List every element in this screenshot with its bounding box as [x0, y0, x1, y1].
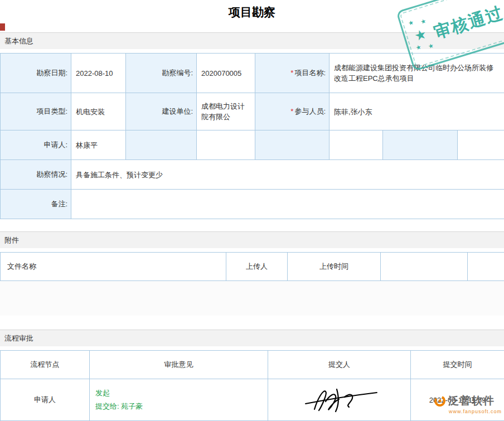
required-mark: * — [290, 69, 293, 77]
participants-label: *参与人员: — [255, 93, 329, 130]
approval-header-opinion: 审批意见 — [90, 351, 268, 379]
fanpu-logo: 泛普软件 www.fanpusoft.com — [434, 394, 502, 414]
empty-cell — [468, 253, 504, 281]
table-row: 申请人: 林康平 — [1, 130, 504, 160]
star-icon: ★ — [427, 42, 434, 50]
table-row: 项目类型: 机电安装 建设单位: 成都电力设计院有限公 *参与人员: 陈菲,张小… — [1, 93, 504, 130]
participants-label-text: 参与人员: — [294, 107, 326, 115]
empty-cell — [381, 253, 468, 281]
table-row: 申请人 发起 提交给: 苑子豪 2022-08-10 11:59 — [1, 379, 504, 421]
participants-value: 陈菲,张小东 — [329, 93, 504, 130]
table-header-row: 文件名称 上传人 上传时间 — [1, 253, 504, 281]
attachments-empty-area — [0, 281, 504, 316]
fanpu-logo-icon — [434, 395, 446, 407]
project-type-label: 项目类型: — [1, 93, 71, 130]
approval-header-submitter: 提交人 — [268, 351, 411, 379]
project-type-value: 机电安装 — [71, 93, 126, 130]
empty-cell — [458, 130, 504, 160]
build-unit-label: 建设单位: — [126, 93, 197, 130]
approval-node: 申请人 — [1, 379, 90, 421]
section-approval: 流程审批 — [0, 330, 504, 346]
project-name-label: *项目名称: — [255, 54, 329, 93]
approval-header-time: 提交时间 — [411, 351, 504, 379]
applicant-label: 申请人: — [1, 130, 71, 160]
survey-no-value: 2020070005 — [197, 54, 255, 93]
section-attachments: 附件 — [0, 231, 504, 248]
remark-label: 备注: — [1, 190, 71, 219]
required-mark: * — [290, 107, 293, 115]
survey-condition-label: 勘察情况: — [1, 160, 71, 190]
empty-cell — [255, 130, 329, 160]
attachments-table: 文件名称 上传人 上传时间 — [0, 252, 504, 281]
star-icon: ★ — [413, 26, 429, 44]
star-icon: ★ — [420, 17, 427, 26]
empty-cell — [383, 130, 458, 160]
basic-info-table: 勘察日期: 2022-08-10 勘察编号: 2020070005 *项目名称:… — [0, 53, 504, 219]
survey-date-value: 2022-08-10 — [71, 54, 126, 93]
table-row: 备注: — [1, 190, 504, 219]
star-icon: ★ — [408, 19, 415, 27]
empty-cell — [197, 130, 255, 160]
stamp-text: 审核通过 — [432, 2, 504, 45]
approval-signature-cell — [268, 379, 411, 421]
empty-cell — [329, 130, 383, 160]
table-header-row: 流程节点 审批意见 提交人 提交时间 — [1, 351, 504, 379]
fanpu-logo-text: 泛普软件 — [448, 394, 495, 408]
build-unit-value: 成都电力设计院有限公 — [197, 93, 255, 130]
empty-cell — [126, 130, 197, 160]
project-name-label-text: 项目名称: — [294, 69, 326, 77]
fanpu-logo-url: www.fanpusoft.com — [449, 409, 502, 414]
survey-condition-value: 具备施工条件、预计变更少 — [71, 160, 504, 190]
table-row: 勘察情况: 具备施工条件、预计变更少 — [1, 160, 504, 190]
approval-forward-link[interactable]: 提交给: 苑子豪 — [95, 400, 267, 413]
survey-no-label: 勘察编号: — [126, 54, 197, 93]
attachments-header-filename: 文件名称 — [1, 253, 226, 281]
attachments-header-uploadtime: 上传时间 — [288, 253, 381, 281]
remark-value — [71, 190, 504, 219]
star-icon: ★ — [415, 43, 422, 52]
applicant-value: 林康平 — [71, 130, 126, 160]
approval-opinion: 发起 提交给: 苑子豪 — [90, 379, 268, 421]
approval-action-link[interactable]: 发起 — [95, 386, 267, 400]
approval-table: 流程节点 审批意见 提交人 提交时间 申请人 发起 提交给: 苑子豪 2022-… — [0, 350, 504, 421]
approval-header-node: 流程节点 — [1, 351, 90, 379]
attachments-header-uploader: 上传人 — [226, 253, 288, 281]
applicant-signature-image — [298, 385, 381, 415]
page-corner-mark — [0, 23, 5, 31]
survey-date-label: 勘察日期: — [1, 54, 71, 93]
